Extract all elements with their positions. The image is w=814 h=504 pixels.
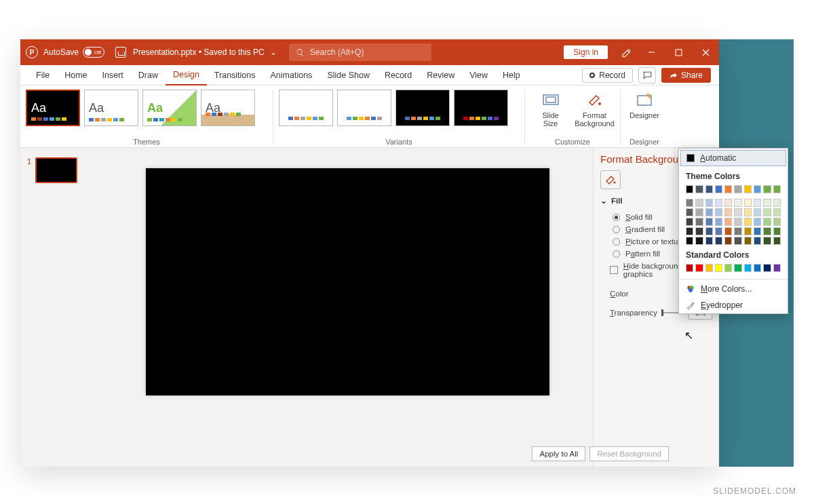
tab-slideshow[interactable]: Slide Show — [319, 65, 377, 85]
color-swatch[interactable] — [705, 218, 713, 226]
color-swatch[interactable] — [734, 208, 741, 216]
color-swatch[interactable] — [763, 199, 771, 207]
color-swatch[interactable] — [754, 264, 761, 272]
minimize-button[interactable] — [638, 39, 665, 65]
tab-home[interactable]: Home — [57, 65, 94, 85]
theme-thumb-3[interactable]: Aa — [142, 90, 197, 126]
fill-category-icon[interactable] — [600, 170, 621, 189]
more-colors-item[interactable]: More Colors... — [679, 281, 788, 297]
color-swatch[interactable] — [773, 199, 781, 207]
signin-button[interactable]: Sign in — [564, 45, 608, 59]
color-swatch[interactable] — [744, 208, 752, 216]
color-swatch[interactable] — [763, 227, 771, 235]
color-swatch[interactable] — [705, 199, 713, 207]
tab-insert[interactable]: Insert — [95, 65, 131, 85]
color-swatch[interactable] — [773, 227, 781, 235]
color-swatch[interactable] — [754, 185, 761, 193]
toggle-switch[interactable]: Off — [83, 47, 104, 58]
tab-draw[interactable]: Draw — [131, 65, 166, 85]
color-swatch[interactable] — [724, 218, 732, 226]
slide-size-button[interactable]: Slide Size — [530, 90, 570, 128]
color-swatch[interactable] — [695, 264, 703, 272]
color-swatch[interactable] — [724, 185, 732, 193]
color-swatch[interactable] — [686, 218, 693, 226]
apply-to-all-button[interactable]: Apply to All — [532, 446, 585, 461]
color-swatch[interactable] — [763, 208, 771, 216]
variant-thumb-2[interactable] — [337, 90, 391, 126]
tab-view[interactable]: View — [462, 65, 495, 85]
color-swatch[interactable] — [724, 199, 732, 207]
color-swatch[interactable] — [754, 227, 761, 235]
color-swatch[interactable] — [773, 218, 781, 226]
color-swatch[interactable] — [773, 264, 781, 272]
search-input[interactable]: Search (Alt+Q) — [289, 43, 431, 61]
slide-canvas[interactable] — [146, 168, 549, 395]
save-icon[interactable] — [115, 47, 126, 58]
color-swatch[interactable] — [705, 227, 713, 235]
variant-thumb-4[interactable] — [454, 90, 508, 126]
color-swatch[interactable] — [715, 227, 722, 235]
theme-thumb-1[interactable]: Aa — [26, 90, 80, 126]
color-swatch[interactable] — [734, 227, 741, 235]
color-swatch[interactable] — [744, 264, 752, 272]
color-swatch[interactable] — [744, 185, 752, 193]
tab-review[interactable]: Review — [419, 65, 462, 85]
share-button[interactable]: Share — [661, 68, 711, 83]
color-swatch[interactable] — [724, 208, 732, 216]
close-button[interactable] — [692, 39, 719, 65]
variant-thumb-1[interactable] — [279, 90, 333, 126]
filename[interactable]: Presentation.pptx • Saved to this PC — [133, 47, 265, 57]
color-swatch[interactable] — [686, 237, 693, 245]
color-swatch[interactable] — [715, 237, 722, 245]
color-swatch[interactable] — [715, 218, 722, 226]
tab-help[interactable]: Help — [495, 65, 528, 85]
color-swatch[interactable] — [744, 199, 752, 207]
color-swatch[interactable] — [724, 237, 732, 245]
color-swatch[interactable] — [695, 208, 703, 216]
color-swatch[interactable] — [773, 185, 781, 193]
tab-design[interactable]: Design — [166, 65, 207, 85]
chevron-down-icon[interactable]: ⌄ — [270, 47, 277, 57]
maximize-button[interactable] — [665, 39, 692, 65]
color-swatch[interactable] — [754, 208, 761, 216]
color-swatch[interactable] — [705, 208, 713, 216]
color-swatch[interactable] — [705, 185, 713, 193]
tab-file[interactable]: File — [28, 65, 57, 85]
color-swatch[interactable] — [686, 185, 693, 193]
color-swatch[interactable] — [695, 185, 703, 193]
color-swatch[interactable] — [724, 227, 732, 235]
tint-row[interactable] — [686, 199, 781, 207]
color-swatch[interactable] — [724, 264, 732, 272]
color-swatch[interactable] — [763, 185, 771, 193]
color-swatch[interactable] — [686, 208, 693, 216]
color-swatch[interactable] — [734, 218, 741, 226]
color-swatch[interactable] — [763, 218, 771, 226]
color-swatch[interactable] — [715, 185, 722, 193]
color-automatic[interactable]: Automatic — [680, 150, 786, 166]
color-swatch[interactable] — [773, 237, 781, 245]
eyedropper-item[interactable]: Eyedropper — [679, 297, 788, 313]
variant-thumb-3[interactable] — [395, 90, 450, 126]
color-swatch[interactable] — [705, 264, 713, 272]
autosave-toggle[interactable]: AutoSave Off — [43, 47, 104, 58]
color-swatch[interactable] — [773, 208, 781, 216]
color-swatch[interactable] — [744, 237, 752, 245]
color-swatch[interactable] — [754, 218, 761, 226]
color-swatch[interactable] — [695, 199, 703, 207]
color-swatch[interactable] — [754, 237, 761, 245]
tab-record[interactable]: Record — [377, 65, 419, 85]
comments-button[interactable] — [638, 67, 656, 83]
tint-row[interactable] — [686, 218, 781, 226]
color-swatch[interactable] — [705, 237, 713, 245]
color-swatch[interactable] — [695, 237, 703, 245]
tab-animations[interactable]: Animations — [263, 65, 320, 85]
color-swatch[interactable] — [754, 199, 761, 207]
color-swatch[interactable] — [715, 264, 722, 272]
slide-thumbnail-1[interactable] — [35, 157, 77, 183]
color-swatch[interactable] — [715, 199, 722, 207]
color-swatch[interactable] — [695, 227, 703, 235]
reset-background-button[interactable]: Reset Background — [589, 446, 669, 461]
color-swatch[interactable] — [734, 199, 741, 207]
tint-row[interactable] — [686, 208, 781, 216]
color-swatch[interactable] — [734, 237, 741, 245]
